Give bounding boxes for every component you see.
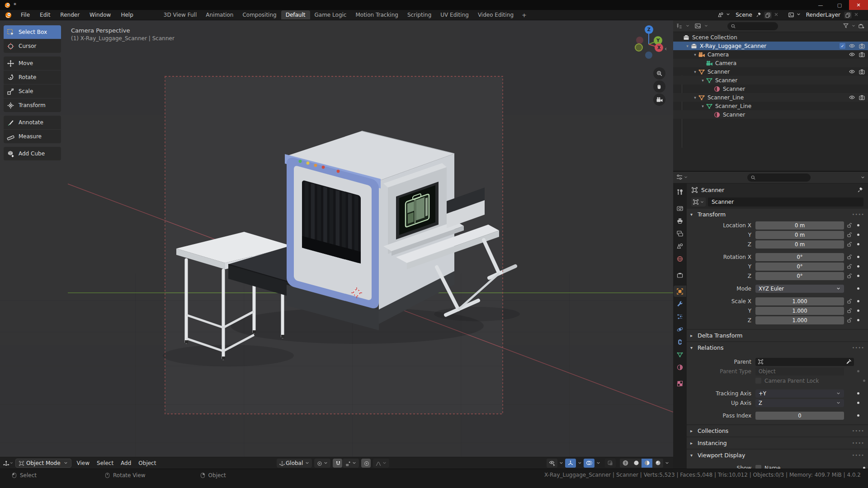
y-field[interactable]: 1.000 (755, 307, 844, 315)
tool-rotate[interactable]: Rotate (4, 70, 61, 84)
workspace-tab-animation[interactable]: Animation (201, 10, 238, 19)
z-field[interactable]: 1.000 (755, 316, 844, 324)
disable-in-renders-icon[interactable] (859, 42, 865, 49)
lock-icon[interactable] (844, 241, 854, 247)
lock-icon[interactable] (844, 254, 854, 260)
lock-icon[interactable] (844, 308, 854, 314)
scale-x-field[interactable]: 1.000 (755, 297, 844, 305)
menu-file[interactable]: File (16, 10, 35, 19)
pivot-point-dropdown[interactable] (314, 459, 330, 468)
properties-tab-particles[interactable] (674, 311, 686, 322)
lock-icon[interactable] (844, 232, 854, 238)
close-button[interactable]: ✕ (849, 0, 868, 10)
object-name-field[interactable]: Scanner (708, 197, 863, 206)
xray-toggle[interactable] (605, 459, 616, 468)
eyedropper-icon[interactable] (846, 359, 852, 365)
zoom-view-button[interactable] (653, 67, 665, 80)
properties-tab-tool[interactable] (674, 186, 686, 197)
outliner-row[interactable]: ▾Scanner_Line (673, 93, 868, 102)
lock-icon[interactable] (844, 222, 854, 228)
shading-solid-button[interactable] (631, 459, 642, 468)
collection-checkbox[interactable]: ✓ (840, 43, 845, 49)
new-collection-icon[interactable] (858, 23, 865, 30)
hide-in-viewport-icon[interactable] (849, 51, 855, 58)
rotation-x-field[interactable]: 0° (755, 253, 844, 261)
animate-dot[interactable] (854, 224, 862, 226)
filter-icon[interactable] (843, 23, 849, 29)
y-field[interactable]: 0° (755, 263, 844, 271)
workspace-tab-motion-tracking[interactable]: Motion Tracking (351, 10, 402, 19)
tool-add-cube[interactable]: Add Cube (4, 147, 61, 160)
gizmo-axis-neg-z[interactable] (645, 52, 652, 59)
outliner-row[interactable]: Scanner (673, 84, 868, 93)
lock-icon[interactable] (844, 298, 854, 304)
animate-dot[interactable] (854, 310, 862, 312)
disable-in-renders-icon[interactable] (859, 94, 865, 101)
outliner-row[interactable]: ▾Scanner_Line (673, 102, 868, 110)
mode-dropdown[interactable]: XYZ Euler (755, 285, 844, 293)
object-id-dropdown[interactable] (691, 197, 706, 206)
properties-tab-view-layer[interactable] (674, 228, 686, 239)
properties-tab-world[interactable] (674, 253, 686, 264)
viewport-menu-select[interactable]: Select (93, 460, 117, 466)
disable-in-renders-icon[interactable] (859, 68, 865, 75)
workspace-tab-compositing[interactable]: Compositing (238, 10, 281, 19)
up-axis-dropdown[interactable]: Z (755, 399, 844, 407)
shading-wireframe-button[interactable] (620, 459, 631, 468)
lock-icon[interactable] (844, 263, 854, 269)
properties-tab-object[interactable] (674, 286, 686, 297)
instancing-header[interactable]: ▸ Instancing •••• (687, 437, 868, 449)
unlink-scene-icon[interactable] (774, 12, 780, 18)
pass-index-field[interactable]: 0 (755, 412, 844, 420)
workspace-tab-default[interactable]: Default (281, 10, 310, 19)
properties-tab-collection[interactable] (674, 269, 686, 281)
pin-id-icon[interactable] (857, 187, 863, 193)
proportional-falloff-dropdown[interactable] (373, 459, 389, 468)
transform-panel-header[interactable]: ▾ Transform •••• (687, 209, 868, 220)
outliner-row[interactable]: Camera (673, 59, 868, 67)
tool-scale[interactable]: Scale (4, 84, 61, 98)
z-field[interactable]: 0° (755, 272, 844, 280)
unlink-layer-icon[interactable] (854, 12, 860, 18)
outliner-row[interactable]: ▾X-Ray_Luggage_Scanner✓ (673, 42, 868, 50)
pin-icon[interactable] (756, 12, 762, 18)
overlays-toggle[interactable] (584, 459, 594, 468)
tool-move[interactable]: Move (4, 56, 61, 70)
properties-tab-physics[interactable] (674, 324, 686, 335)
properties-tab-scene[interactable] (674, 240, 686, 252)
workspace-tab-3d-view-full[interactable]: 3D View Full (159, 10, 202, 19)
animate-dot[interactable] (854, 319, 862, 321)
tool-cursor[interactable]: Cursor (4, 39, 61, 53)
lock-icon[interactable] (844, 317, 854, 323)
disable-in-renders-icon[interactable] (859, 51, 865, 58)
animate-dot[interactable] (854, 256, 862, 258)
gizmo-axis-neg-x[interactable] (635, 43, 643, 52)
outliner-row[interactable]: ▾Camera (673, 50, 868, 59)
outliner-display-mode-icon[interactable] (676, 23, 683, 30)
add-workspace-button[interactable]: + (518, 11, 530, 19)
viewport-canvas[interactable] (0, 20, 673, 469)
shading-rendered-button[interactable] (652, 459, 663, 468)
outliner-search-input[interactable] (727, 22, 778, 30)
workspace-tab-scripting[interactable]: Scripting (403, 10, 436, 19)
proportional-editing-toggle[interactable] (361, 459, 371, 468)
animate-dot[interactable] (854, 275, 862, 277)
workspace-tab-video-editing[interactable]: Video Editing (473, 10, 518, 19)
menu-help[interactable]: Help (116, 10, 138, 19)
parent-field[interactable] (755, 358, 854, 366)
properties-search-input[interactable] (747, 174, 811, 182)
tool-select-box[interactable]: Select Box (4, 25, 61, 39)
pan-view-button[interactable] (653, 80, 665, 93)
transform-orientation-dropdown[interactable]: Global (277, 459, 312, 468)
scene-selector[interactable]: Scene (716, 11, 782, 19)
name-checkbox[interactable] (755, 465, 761, 469)
maximize-button[interactable]: ▢ (830, 0, 849, 10)
lock-icon[interactable] (844, 273, 854, 279)
snap-toggle[interactable] (333, 459, 342, 468)
snap-target-dropdown[interactable] (343, 459, 359, 468)
tool-annotate[interactable]: Annotate (4, 116, 61, 129)
properties-tab-constraints[interactable] (674, 336, 686, 347)
properties-tab-output[interactable] (674, 215, 686, 226)
outliner-row[interactable]: ▾Scanner (673, 67, 868, 76)
outliner-row[interactable]: Scanner (673, 110, 868, 119)
